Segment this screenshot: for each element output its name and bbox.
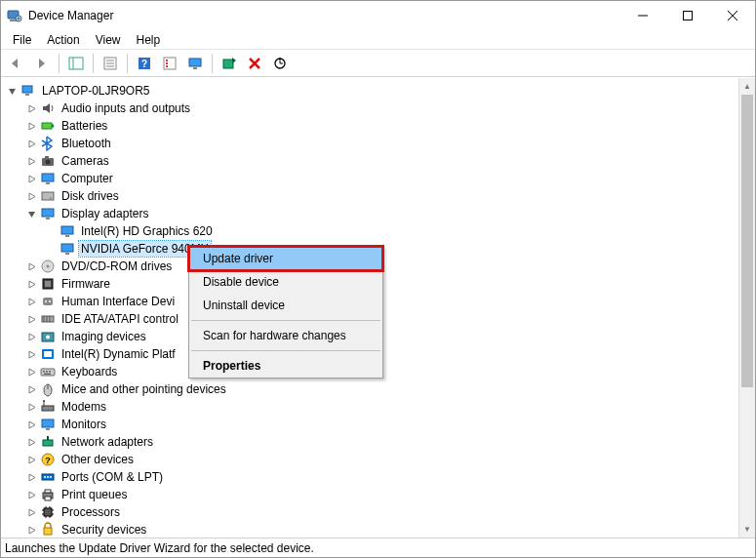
svg-rect-21 <box>223 60 233 68</box>
properties-button[interactable] <box>99 53 122 74</box>
menu-help[interactable]: Help <box>129 31 169 49</box>
battery-icon <box>40 118 56 134</box>
tree-category-18[interactable]: ?Other devices <box>5 451 737 468</box>
svg-rect-60 <box>49 371 51 373</box>
svg-rect-56 <box>44 351 52 357</box>
tree-node-label: Audio inputs and outputs <box>60 100 192 116</box>
minimize-button[interactable] <box>620 1 665 30</box>
context-menu-item-uninstall-device[interactable]: Uninstall device <box>189 294 382 317</box>
scan-hardware-button[interactable] <box>268 53 292 74</box>
tree-category-6[interactable]: Display adapters <box>5 205 737 222</box>
vertical-scrollbar[interactable]: ▲ ▼ <box>738 78 755 538</box>
toolbar-separator <box>59 54 60 73</box>
context-menu-item-scan-for-hardware-changes[interactable]: Scan for hardware changes <box>189 324 382 347</box>
svg-rect-16 <box>166 60 168 61</box>
monitor-icon <box>60 223 75 239</box>
optical-icon <box>40 259 56 274</box>
tree-category-19[interactable]: Ports (COM & LPT) <box>5 468 737 486</box>
expand-icon[interactable] <box>24 435 38 449</box>
printer-icon <box>40 487 56 502</box>
close-button[interactable] <box>710 1 755 30</box>
show-hide-tree-button[interactable] <box>64 53 88 74</box>
tree-node-label: Computer <box>60 171 115 186</box>
help-button[interactable]: ? <box>133 53 156 74</box>
tree-node-label: Mice and other pointing devices <box>60 381 228 397</box>
app-icon <box>7 8 22 23</box>
context-menu: Update driverDisable deviceUninstall dev… <box>188 246 383 379</box>
uninstall-button[interactable] <box>243 53 266 74</box>
expand-icon[interactable] <box>24 470 38 484</box>
tree-category-0[interactable]: Audio inputs and outputs <box>5 100 737 117</box>
expand-icon[interactable] <box>24 400 38 414</box>
action-list-button[interactable] <box>158 53 181 74</box>
menu-view[interactable]: View <box>88 31 129 49</box>
tree-node-label: Human Interface Devi <box>60 294 177 309</box>
forward-button[interactable] <box>30 53 54 74</box>
collapse-icon[interactable] <box>24 207 38 220</box>
imaging-icon <box>40 329 56 344</box>
show-monitor-button[interactable] <box>183 53 207 74</box>
svg-rect-78 <box>45 490 51 493</box>
expand-icon[interactable] <box>24 347 38 361</box>
scroll-down-arrow[interactable]: ▼ <box>739 521 755 538</box>
tree-category-20[interactable]: Print queues <box>5 486 737 503</box>
scroll-up-arrow[interactable]: ▲ <box>739 78 755 95</box>
tree-category-3[interactable]: Cameras <box>5 152 737 170</box>
tree-node-label: Monitors <box>60 417 108 432</box>
expand-icon[interactable] <box>24 418 38 431</box>
expand-icon[interactable] <box>24 330 38 343</box>
tree-category-2[interactable]: Bluetooth <box>5 135 737 152</box>
svg-rect-18 <box>166 65 168 67</box>
tree-category-17[interactable]: Network adapters <box>5 433 737 451</box>
back-button[interactable] <box>5 53 28 74</box>
expand-icon[interactable] <box>24 382 38 396</box>
tree-category-15[interactable]: Modems <box>5 398 737 416</box>
tree-node-label: Keyboards <box>60 364 119 379</box>
svg-rect-34 <box>42 192 54 200</box>
expand-icon[interactable] <box>24 295 38 308</box>
collapse-icon[interactable] <box>5 84 19 98</box>
context-menu-item-disable-device[interactable]: Disable device <box>189 270 382 294</box>
expand-icon[interactable] <box>24 523 38 537</box>
menu-file[interactable]: File <box>5 31 39 49</box>
scroll-track[interactable] <box>739 387 755 521</box>
tree-category-5[interactable]: Disk drives <box>5 187 737 205</box>
context-menu-item-properties[interactable]: Properties <box>189 354 382 378</box>
expand-icon[interactable] <box>24 259 38 273</box>
svg-point-74 <box>44 476 46 478</box>
expand-icon[interactable] <box>24 189 38 203</box>
tree-category-21[interactable]: Processors <box>5 503 737 521</box>
svg-rect-26 <box>25 94 29 96</box>
expand-icon[interactable] <box>24 119 38 133</box>
update-driver-button[interactable] <box>218 53 241 74</box>
tree-root[interactable]: LAPTOP-0LJR9OR5 <box>5 82 737 100</box>
maximize-button[interactable] <box>665 1 710 30</box>
tree-category-14[interactable]: Mice and other pointing devices <box>5 380 737 398</box>
expand-icon[interactable] <box>24 137 38 150</box>
tree-device-6-0[interactable]: Intel(R) HD Graphics 620 <box>5 222 737 240</box>
monitor-icon <box>40 171 56 186</box>
svg-point-35 <box>50 197 52 199</box>
network-icon <box>40 434 56 450</box>
expand-icon[interactable] <box>24 312 38 326</box>
expand-icon[interactable] <box>24 277 38 291</box>
tree-node-label: Display adapters <box>60 206 150 221</box>
expand-icon[interactable] <box>24 154 38 168</box>
tree-category-4[interactable]: Computer <box>5 170 737 187</box>
expand-icon[interactable] <box>24 453 38 466</box>
tree-category-22[interactable]: Security devices <box>5 521 737 538</box>
scroll-thumb[interactable] <box>741 95 753 387</box>
toolbar-separator <box>93 54 94 73</box>
expand-icon[interactable] <box>24 505 38 519</box>
menu-action[interactable]: Action <box>39 31 87 49</box>
tree-node-label: Processors <box>60 504 122 520</box>
expand-icon[interactable] <box>24 172 38 185</box>
tree-category-1[interactable]: Batteries <box>5 117 737 135</box>
expand-icon[interactable] <box>24 488 38 501</box>
context-menu-item-update-driver[interactable]: Update driver <box>189 247 382 270</box>
expand-icon[interactable] <box>24 101 38 115</box>
computer-root-icon <box>20 83 36 99</box>
svg-point-43 <box>47 265 50 268</box>
expand-icon[interactable] <box>24 365 38 379</box>
tree-category-16[interactable]: Monitors <box>5 416 737 433</box>
